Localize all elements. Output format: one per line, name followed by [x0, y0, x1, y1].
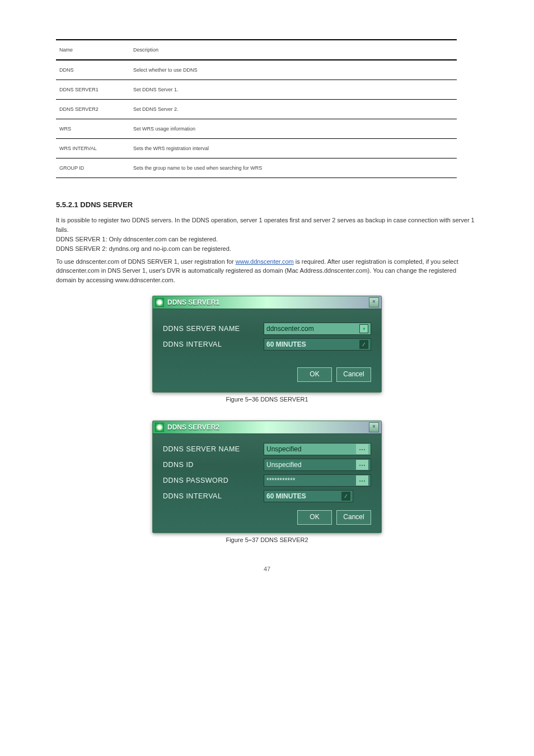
table-cell-desc: Set DDNS Server 1.	[130, 80, 457, 100]
chevron-down-icon: ▾	[359, 324, 368, 333]
app-icon	[155, 298, 164, 307]
field-value: Unspecified	[266, 461, 356, 469]
definitions-table: Name Description DDNS Select whether to …	[56, 39, 457, 178]
table-row: DDNS SERVER1 Set DDNS Server 1.	[56, 80, 457, 100]
field-value: 60 MINUTES	[266, 340, 359, 348]
dialog-title: DDNS SERVER2	[167, 423, 369, 431]
table-cell-name: WRS	[56, 119, 130, 139]
table-header-name: Name	[56, 40, 130, 60]
field-value: 60 MINUTES	[266, 492, 341, 500]
table-cell-name: WRS INTERVAL	[56, 139, 130, 158]
paragraph: To use ddnscenter.com of DDNS SERVER 1, …	[56, 257, 478, 285]
form-row: DDNS INTERVAL 60 MINUTES ⁄	[163, 338, 371, 351]
dialog-body: DDNS SERVER NAME Unspecified … DDNS ID U…	[153, 434, 381, 533]
field-label: DDNS SERVER NAME	[163, 445, 264, 453]
ellipsis-icon[interactable]: …	[356, 460, 368, 470]
figure-caption-pre: Figure 5	[226, 536, 248, 543]
form-row: DDNS PASSWORD *********** …	[163, 474, 371, 487]
ddns-server-name-dropdown[interactable]: ddnscenter.com ▾	[264, 323, 371, 335]
table-row: GROUP ID Sets the group name to be used …	[56, 158, 457, 178]
table-cell-desc: Sets the WRS registration interval	[130, 139, 457, 158]
ddns-id-field[interactable]: Unspecified …	[264, 459, 371, 471]
form-row: DDNS SERVER NAME ddnscenter.com ▾	[163, 323, 371, 335]
form-row: DDNS INTERVAL 60 MINUTES ⁄	[163, 490, 371, 502]
table-row: WRS INTERVAL Sets the WRS registration i…	[56, 139, 457, 158]
cancel-button[interactable]: Cancel	[336, 367, 371, 382]
table-cell-name: DDNS SERVER1	[56, 80, 130, 100]
ok-button[interactable]: OK	[297, 510, 332, 525]
field-label: DDNS SERVER NAME	[163, 325, 264, 333]
table-cell-name: GROUP ID	[56, 158, 130, 178]
form-row: DDNS SERVER NAME Unspecified …	[163, 443, 371, 455]
table-row: Name Description	[56, 40, 457, 60]
figure-caption-post: 37 DDNS SERVER2	[252, 536, 308, 543]
field-value: ***********	[266, 477, 356, 484]
page: Name Description DDNS Select whether to …	[0, 0, 534, 595]
table-cell-desc: Set DDNS Server 2.	[130, 100, 457, 119]
dialog-title: DDNS SERVER1	[167, 298, 369, 306]
ddns-server-name-field[interactable]: Unspecified …	[264, 443, 371, 455]
table-cell-name: DDNS	[56, 60, 130, 80]
ddns-interval-field[interactable]: 60 MINUTES ⁄	[264, 490, 353, 502]
field-value: Unspecified	[266, 445, 356, 453]
dialog-titlebar: DDNS SERVER1 ×	[153, 296, 381, 309]
table-cell-name: DDNS SERVER2	[56, 100, 130, 119]
close-icon[interactable]: ×	[369, 297, 379, 307]
field-value: ddnscenter.com	[266, 325, 359, 333]
table-header-desc: Description	[130, 40, 457, 60]
field-label: DDNS INTERVAL	[163, 340, 264, 348]
bullet-item: DDNS SERVER 1: Only ddnscenter.com can b…	[56, 235, 478, 244]
figure-caption: Figure 5–37 DDNS SERVER2	[0, 536, 534, 543]
section-heading: 5.5.2.1 DDNS SERVER	[56, 200, 534, 212]
scrub-icon: ⁄	[341, 492, 350, 501]
app-icon	[155, 423, 164, 432]
form-row: DDNS ID Unspecified …	[163, 459, 371, 471]
scrub-icon: ⁄	[359, 340, 368, 349]
ddns-interval-field[interactable]: 60 MINUTES ⁄	[264, 338, 371, 351]
dialog-titlebar: DDNS SERVER2 ×	[153, 421, 381, 434]
table-row: WRS Set WRS usage information	[56, 119, 457, 139]
table-row: DDNS SERVER2 Set DDNS Server 2.	[56, 100, 457, 119]
field-label: DDNS INTERVAL	[163, 492, 264, 500]
paragraph: It is possible to register two DDNS serv…	[56, 216, 478, 234]
dialog-buttons: OK Cancel	[163, 510, 371, 525]
ellipsis-icon[interactable]: …	[356, 444, 368, 454]
figure-caption-pre: Figure 5	[226, 396, 248, 403]
paragraph-text: To use ddnscenter.com of DDNS SERVER 1, …	[56, 258, 236, 265]
dialog-buttons: OK Cancel	[163, 367, 371, 382]
ok-button[interactable]: OK	[297, 367, 332, 382]
close-icon[interactable]: ×	[369, 422, 379, 432]
table-row: DDNS Select whether to use DDNS	[56, 60, 457, 80]
figure-caption-post: 36 DDNS SERVER1	[252, 396, 308, 403]
figure-caption: Figure 5–36 DDNS SERVER1	[0, 396, 534, 403]
page-number: 47	[0, 566, 534, 572]
table-cell-desc: Set WRS usage information	[130, 119, 457, 139]
table-cell-desc: Sets the group name to be used when sear…	[130, 158, 457, 178]
ddns-server2-dialog: DDNS SERVER2 × DDNS SERVER NAME Unspecif…	[152, 421, 382, 533]
ddns-server1-dialog: DDNS SERVER1 × DDNS SERVER NAME ddnscent…	[152, 296, 382, 393]
cancel-button[interactable]: Cancel	[336, 510, 371, 525]
ddns-password-field[interactable]: *********** …	[264, 474, 371, 487]
bullet-item: DDNS SERVER 2: dyndns.org and no-ip.com …	[56, 245, 478, 253]
ellipsis-icon[interactable]: …	[356, 475, 368, 486]
field-label: DDNS PASSWORD	[163, 477, 264, 484]
field-label: DDNS ID	[163, 461, 264, 469]
dialog-body: DDNS SERVER NAME ddnscenter.com ▾ DDNS I…	[153, 309, 381, 392]
table-cell-desc: Select whether to use DDNS	[130, 60, 457, 80]
ddns-link[interactable]: www.ddnscenter.com	[236, 258, 294, 265]
